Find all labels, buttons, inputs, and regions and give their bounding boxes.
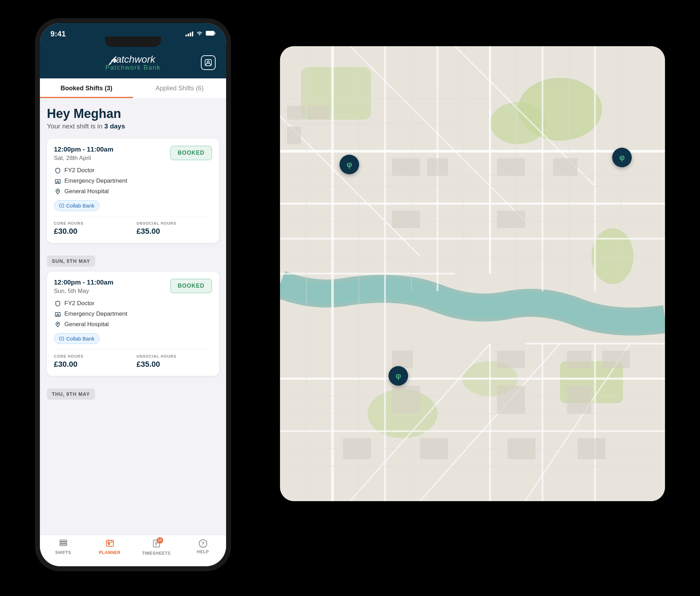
planner-nav-icon bbox=[106, 539, 114, 548]
status-time: 9:41 bbox=[50, 29, 66, 38]
shift-card-1-unsocial-hours: UNSOCIAL HOURS £35.00 bbox=[136, 221, 212, 236]
nav-planner[interactable]: PLANNER bbox=[86, 539, 133, 556]
tab-applied-shifts[interactable]: Applied Shifts (6) bbox=[133, 78, 226, 98]
map-pin-3[interactable]: φ bbox=[388, 366, 408, 386]
shift-card-1-time-block: 12:00pm - 11:00am Sat, 28th April bbox=[54, 146, 113, 162]
shift-card-1-top: 12:00pm - 11:00am Sat, 28th April BOOKED bbox=[54, 146, 212, 162]
svg-rect-66 bbox=[507, 438, 536, 459]
svg-rect-49 bbox=[308, 106, 329, 120]
shift-card-1-date: Sat, 28th April bbox=[54, 155, 113, 162]
help-nav-label: HELP bbox=[197, 549, 209, 554]
location-icon-2 bbox=[54, 321, 62, 328]
phone-screen: 9:41 bbox=[40, 23, 226, 566]
svg-rect-63 bbox=[567, 386, 592, 414]
shift-card-1-details: FY2 Doctor Emergency Department bbox=[54, 167, 212, 211]
shifts-nav-label: SHIFTS bbox=[55, 550, 71, 555]
shift-card-1-time: 12:00pm - 11:00am bbox=[54, 146, 113, 153]
shield-icon-2 bbox=[54, 300, 62, 307]
map-pin-1[interactable]: φ bbox=[340, 155, 359, 174]
svg-rect-57 bbox=[567, 351, 592, 368]
svg-rect-68 bbox=[206, 31, 214, 35]
svg-rect-52 bbox=[427, 158, 448, 176]
date-divider-may9: THU, 9TH MAY bbox=[47, 388, 95, 400]
profile-button[interactable] bbox=[201, 55, 216, 70]
shifts-scroll-content[interactable]: Hey Meghan Your next shift is in 3 days … bbox=[40, 98, 226, 535]
shift-card-1-collab: Collab Bank bbox=[54, 200, 100, 211]
svg-rect-54 bbox=[553, 158, 578, 176]
svg-rect-55 bbox=[392, 211, 420, 228]
shift-card-2-time-block: 12:00pm - 11:00am Sun, 5th May bbox=[54, 279, 113, 295]
shift-card-2-department: Emergency Department bbox=[54, 310, 212, 318]
svg-rect-56 bbox=[497, 211, 525, 228]
planner-nav-label: PLANNER bbox=[99, 550, 121, 555]
svg-rect-80 bbox=[60, 544, 67, 546]
logo-wordmark: 𝓅atchwork bbox=[105, 54, 161, 65]
svg-rect-59 bbox=[392, 351, 413, 368]
svg-rect-61 bbox=[392, 386, 420, 414]
svg-rect-50 bbox=[287, 127, 301, 144]
shield-icon bbox=[54, 167, 62, 174]
location-icon bbox=[54, 188, 62, 195]
tab-booked-shifts[interactable]: Booked Shifts (3) bbox=[40, 78, 133, 98]
svg-rect-65 bbox=[420, 438, 448, 459]
shift-card-2-hours: CORE HOURS £30.00 UNSOCIAL HOURS £35.00 bbox=[54, 349, 212, 369]
greeting-subtitle: Your next shift is in 3 days bbox=[47, 122, 219, 130]
shift-card-2-details: FY2 Doctor Emergency Department bbox=[54, 300, 212, 344]
help-nav-icon: ? bbox=[199, 539, 207, 548]
map-card: φ φ φ bbox=[280, 46, 665, 501]
logo-row: 𝓅atchwork Patchwork Bank bbox=[50, 50, 216, 78]
timesheets-nav-icon: 10 bbox=[153, 539, 160, 549]
status-icons bbox=[186, 30, 216, 37]
shift-card-2[interactable]: 12:00pm - 11:00am Sun, 5th May BOOKED bbox=[47, 272, 219, 376]
timesheets-badge: 10 bbox=[157, 537, 163, 544]
shift-card-1-hours: CORE HOURS £30.00 UNSOCIAL HOURS £35.00 bbox=[54, 216, 212, 236]
greeting-section: Hey Meghan Your next shift is in 3 days bbox=[47, 106, 219, 130]
bottom-navigation: SHIFTS PLANNER bbox=[40, 535, 226, 566]
shift-card-1[interactable]: 12:00pm - 11:00am Sat, 28th April BOOKED bbox=[47, 139, 219, 243]
svg-rect-60 bbox=[497, 351, 525, 368]
shift-card-2-date: Sun, 5th May bbox=[54, 288, 113, 295]
greeting-name: Hey Meghan bbox=[47, 106, 219, 121]
svg-rect-64 bbox=[343, 438, 371, 459]
shift-card-2-role: FY2 Doctor bbox=[54, 300, 212, 307]
notch bbox=[105, 36, 161, 47]
shift-card-2-core-hours: CORE HOURS £30.00 bbox=[54, 354, 130, 369]
svg-rect-51 bbox=[392, 158, 420, 176]
phone-device: 9:41 bbox=[35, 18, 231, 571]
date-divider-may5: SUN, 5TH MAY bbox=[47, 255, 95, 267]
shift-card-2-top: 12:00pm - 11:00am Sun, 5th May BOOKED bbox=[54, 279, 212, 295]
hospital-icon-2 bbox=[54, 310, 62, 318]
map-background: φ φ φ bbox=[280, 46, 665, 501]
map-pin-2[interactable]: φ bbox=[612, 148, 632, 167]
logo-bank-label: Patchwork Bank bbox=[105, 64, 161, 71]
nav-timesheets[interactable]: 10 TIMESHEETS bbox=[133, 539, 180, 556]
shift-card-1-location: General Hospital bbox=[54, 188, 212, 195]
shift-card-1-core-hours: CORE HOURS £30.00 bbox=[54, 221, 130, 236]
shift-card-1-booked-badge: BOOKED bbox=[170, 146, 212, 160]
timesheets-nav-label: TIMESHEETS bbox=[142, 551, 171, 556]
signal-icon bbox=[186, 31, 193, 36]
battery-icon bbox=[206, 30, 216, 37]
wifi-icon bbox=[196, 30, 203, 37]
shift-tabs: Booked Shifts (3) Applied Shifts (6) bbox=[40, 78, 226, 98]
nav-shifts[interactable]: SHIFTS bbox=[40, 539, 86, 556]
svg-rect-81 bbox=[106, 540, 113, 546]
svg-rect-78 bbox=[60, 540, 67, 541]
app-logo: 𝓅atchwork Patchwork Bank bbox=[105, 54, 161, 71]
shift-card-2-booked-badge: BOOKED bbox=[170, 279, 212, 293]
svg-rect-67 bbox=[578, 438, 606, 459]
app-header: 9:41 bbox=[40, 23, 226, 78]
nav-help[interactable]: ? HELP bbox=[180, 539, 226, 556]
svg-rect-62 bbox=[497, 386, 525, 414]
shift-card-1-role: FY2 Doctor bbox=[54, 167, 212, 174]
shift-card-2-time: 12:00pm - 11:00am bbox=[54, 279, 113, 286]
shift-card-2-location: General Hospital bbox=[54, 321, 212, 328]
scene: φ φ φ 9:41 bbox=[35, 18, 665, 578]
hospital-icon bbox=[54, 177, 62, 185]
svg-rect-79 bbox=[60, 542, 67, 544]
svg-rect-53 bbox=[497, 158, 525, 176]
shifts-nav-icon bbox=[59, 539, 68, 548]
svg-rect-58 bbox=[602, 351, 630, 368]
shift-card-2-unsocial-hours: UNSOCIAL HOURS £35.00 bbox=[136, 354, 212, 369]
svg-rect-48 bbox=[287, 106, 304, 120]
